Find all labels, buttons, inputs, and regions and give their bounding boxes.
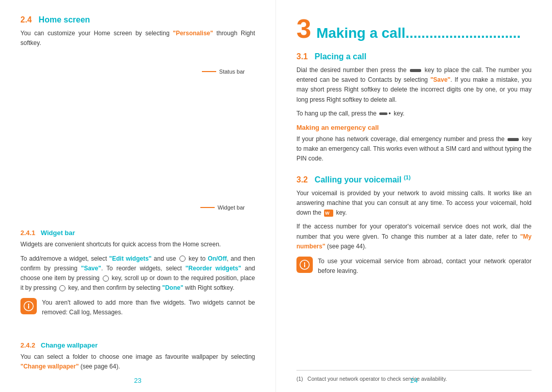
page-number-right: 24 xyxy=(410,377,418,384)
chapter-title: Making a call...........................… xyxy=(316,25,521,41)
para-32-1: Your voicemail is provided by your netwo… xyxy=(296,189,532,218)
chapter-heading: 3 Making a call.........................… xyxy=(296,15,532,42)
info-text-32: To use your voicemail service from abroa… xyxy=(318,257,532,276)
section-241: 2.4.1 Widget bar Widgets are convenient … xyxy=(20,221,255,327)
footnote-text: Contact your network operator to check s… xyxy=(308,376,447,382)
heading-31: 3.1 Placing a call xyxy=(296,52,532,61)
para-241-2: To add/remove a widget, select "Edit wid… xyxy=(20,254,255,293)
svg-point-3 xyxy=(304,262,305,263)
status-bar-label: Status bar xyxy=(202,68,245,75)
section-32: 3.2 Calling your voicemail (1) Your voic… xyxy=(296,174,532,286)
para-241-1: Widgets are convenient shortcuts for qui… xyxy=(20,240,255,249)
info-box-32: To use your voicemail service from abroa… xyxy=(296,257,532,280)
para-242-1: You can select a folder to choose one im… xyxy=(20,352,255,372)
footnote-num: (1) xyxy=(296,376,303,382)
info-icon-32 xyxy=(296,257,313,273)
info-icon-241 xyxy=(20,298,37,314)
svg-point-1 xyxy=(28,304,29,305)
info-text-241: You aren't allowed to add more than five… xyxy=(42,298,255,317)
widget-bar-label: Widget bar xyxy=(200,204,245,211)
para-24-1: You can customize your Home screen by se… xyxy=(20,29,255,48)
page-number-left: 23 xyxy=(134,377,141,384)
section-31: 3.1 Placing a call Dial the desired numb… xyxy=(296,52,532,168)
diagram-area: Status bar Widget bar xyxy=(20,58,255,221)
left-page: 2.4 Home screen You can customize your H… xyxy=(0,0,276,392)
chapter-num: 3 xyxy=(296,15,311,42)
para-emergency: If your phone has network coverage, dial… xyxy=(296,134,532,164)
heading-24: 2.4 Home screen xyxy=(20,15,255,25)
emergency-heading: Making an emergency call xyxy=(296,124,532,131)
heading-241: 2.4.1 Widget bar xyxy=(20,229,255,237)
section-24: 2.4 Home screen You can customize your H… xyxy=(20,15,255,52)
para-31-2: To hang up the call, press the ● key. xyxy=(296,109,532,119)
right-page: 3 Making a call.........................… xyxy=(276,0,552,392)
heading-242: 2.4.2 Change wallpaper xyxy=(20,341,255,349)
info-box-241: You aren't allowed to add more than five… xyxy=(20,298,255,321)
para-31-1: Dial the desired number then press the k… xyxy=(296,65,532,105)
section-242: 2.4.2 Change wallpaper You can select a … xyxy=(20,333,255,376)
para-32-2: If the access number for your operator's… xyxy=(296,222,532,251)
heading-32: 3.2 Calling your voicemail (1) xyxy=(296,174,532,185)
